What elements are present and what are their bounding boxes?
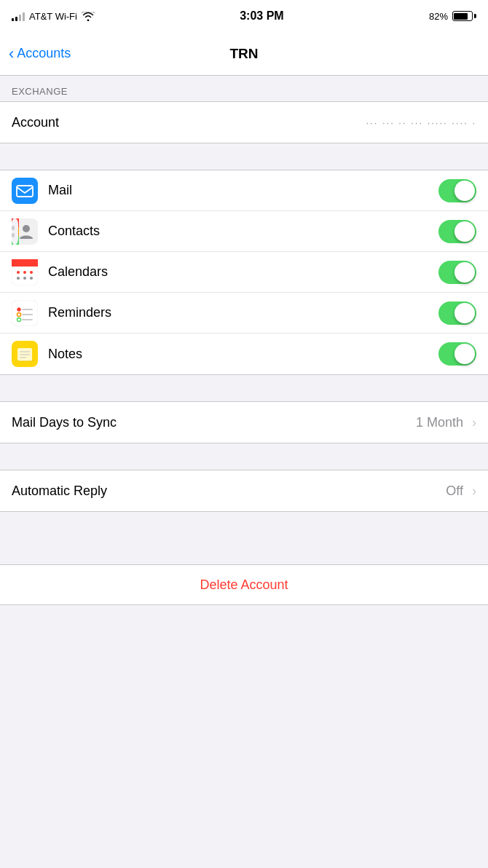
- svg-rect-11: [12, 233, 15, 237]
- back-label: Accounts: [17, 46, 71, 61]
- notes-label: Notes: [48, 347, 438, 362]
- svg-point-20: [23, 277, 26, 280]
- notes-icon: [12, 341, 38, 367]
- notes-row[interactable]: Notes: [0, 334, 488, 374]
- account-row: Account ··· ··· ·· ··· ····· ···· ·: [0, 102, 488, 143]
- back-button[interactable]: ‹ Accounts: [9, 46, 71, 62]
- svg-rect-9: [12, 218, 18, 245]
- contacts-label: Contacts: [48, 224, 438, 239]
- reminders-row[interactable]: Reminders: [0, 293, 488, 334]
- status-bar: AT&T Wi-Fi 3:03 PM 82%: [0, 0, 488, 32]
- reminders-icon: [12, 300, 38, 326]
- calendars-row[interactable]: Calendars: [0, 252, 488, 293]
- toggles-card: Mail Contacts: [0, 170, 488, 375]
- delete-account-button[interactable]: Delete Account: [200, 577, 288, 593]
- delete-account-section[interactable]: Delete Account: [0, 564, 488, 605]
- mail-toggle[interactable]: [438, 179, 476, 202]
- exchange-card: Account ··· ··· ·· ··· ····· ···· ·: [0, 101, 488, 143]
- svg-point-21: [30, 277, 33, 280]
- reminders-toggle[interactable]: [438, 301, 476, 325]
- section-gap-4: [0, 512, 488, 538]
- mail-toggle-knob: [454, 181, 475, 201]
- contacts-row[interactable]: Contacts: [0, 211, 488, 252]
- notes-app-icon: [12, 341, 38, 367]
- reminders-app-icon: [12, 300, 38, 326]
- calendars-toggle-knob: [454, 262, 475, 283]
- mail-days-row[interactable]: Mail Days to Sync 1 Month ›: [0, 402, 488, 443]
- status-left: AT&T Wi-Fi: [12, 11, 95, 22]
- reminders-toggle-knob: [454, 303, 475, 323]
- signal-icon: [12, 11, 25, 21]
- status-right: 82%: [429, 11, 476, 22]
- calendars-toggle[interactable]: [438, 261, 476, 284]
- exchange-section-header: EXCHANGE: [0, 76, 488, 101]
- status-time: 3:03 PM: [240, 9, 283, 23]
- calendars-label: Calendars: [48, 264, 438, 280]
- calendars-icon: [12, 259, 38, 285]
- auto-reply-chevron-icon: ›: [472, 484, 476, 499]
- mail-days-chevron-icon: ›: [472, 415, 476, 430]
- contacts-icon: [12, 218, 38, 245]
- mail-app-icon: [12, 178, 38, 204]
- section-gap-2: [0, 375, 488, 401]
- svg-point-19: [17, 277, 20, 280]
- carrier-label: AT&T Wi-Fi: [29, 11, 77, 22]
- auto-reply-label: Automatic Reply: [12, 484, 446, 499]
- mail-days-value: 1 Month: [416, 415, 463, 430]
- auto-reply-row[interactable]: Automatic Reply Off ›: [0, 470, 488, 511]
- notes-toggle-knob: [454, 344, 475, 364]
- nav-bar: ‹ Accounts TRN: [0, 32, 488, 76]
- calendars-app-icon: [12, 259, 38, 285]
- mail-icon: [12, 178, 38, 204]
- svg-rect-15: [12, 262, 38, 267]
- mail-days-label: Mail Days to Sync: [12, 415, 416, 430]
- mail-label: Mail: [48, 183, 438, 198]
- contacts-toggle-knob: [454, 221, 475, 242]
- reminders-label: Reminders: [48, 305, 438, 320]
- page-title: TRN: [229, 46, 258, 62]
- account-label: Account: [12, 115, 366, 130]
- svg-rect-0: [12, 178, 38, 204]
- account-value: ··· ··· ·· ··· ····· ···· ·: [366, 117, 476, 128]
- contacts-toggle[interactable]: [438, 220, 476, 243]
- svg-point-18: [30, 271, 33, 274]
- mail-days-card: Mail Days to Sync 1 Month ›: [0, 401, 488, 443]
- svg-point-23: [17, 307, 21, 311]
- notes-toggle[interactable]: [438, 342, 476, 366]
- svg-point-8: [23, 225, 30, 232]
- contacts-app-icon: [12, 218, 38, 245]
- section-gap-1: [0, 143, 488, 170]
- wifi-icon: [82, 12, 95, 21]
- mail-row[interactable]: Mail: [0, 170, 488, 211]
- section-gap-3: [0, 443, 488, 470]
- auto-reply-card: Automatic Reply Off ›: [0, 470, 488, 512]
- svg-rect-22: [12, 300, 38, 326]
- auto-reply-value: Off: [446, 484, 463, 499]
- svg-rect-10: [12, 226, 15, 230]
- battery-percent: 82%: [429, 11, 448, 22]
- svg-point-16: [17, 271, 20, 274]
- svg-point-17: [23, 271, 26, 274]
- battery-icon: [452, 11, 476, 21]
- back-chevron-icon: ‹: [9, 46, 14, 62]
